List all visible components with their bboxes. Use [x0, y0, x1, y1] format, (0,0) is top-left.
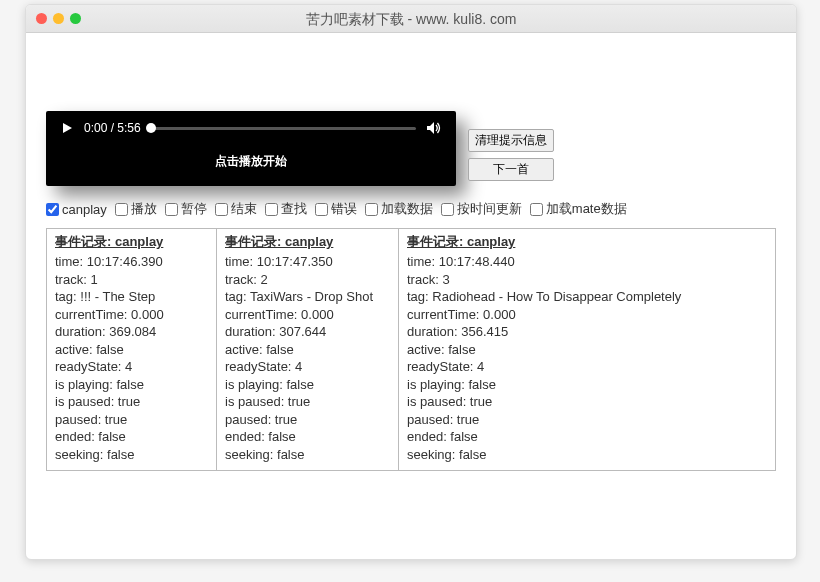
log-line: time: 10:17:47.350 — [225, 253, 390, 271]
log-line: ended: false — [225, 428, 390, 446]
checkbox-按时间更新[interactable] — [441, 203, 454, 216]
clear-button[interactable]: 清理提示信息 — [468, 129, 554, 152]
minimize-icon[interactable] — [53, 13, 64, 24]
log-line: time: 10:17:48.440 — [407, 253, 767, 271]
check-label: canplay — [62, 202, 107, 217]
checkbox-canplay[interactable] — [46, 203, 59, 216]
log-line: ended: false — [407, 428, 767, 446]
maximize-icon[interactable] — [70, 13, 81, 24]
log-header: 事件记录: canplay — [55, 233, 208, 251]
log-line: currentTime: 0.000 — [55, 306, 208, 324]
check-播放[interactable]: 播放 — [115, 200, 157, 218]
check-label: 按时间更新 — [457, 200, 522, 218]
check-label: 错误 — [331, 200, 357, 218]
log-header: 事件记录: canplay — [407, 233, 767, 251]
play-icon[interactable] — [60, 121, 74, 135]
checkbox-结束[interactable] — [215, 203, 228, 216]
log-line: currentTime: 0.000 — [407, 306, 767, 324]
audio-player[interactable]: 0:00 / 5:56 点击播放开始 — [46, 111, 456, 186]
log-line: active: false — [407, 341, 767, 359]
log-line: duration: 356.415 — [407, 323, 767, 341]
log-line: seeking: false — [225, 446, 390, 464]
check-结束[interactable]: 结束 — [215, 200, 257, 218]
check-label: 加载mate数据 — [546, 200, 627, 218]
log-line: time: 10:17:46.390 — [55, 253, 208, 271]
log-column: 事件记录: canplaytime: 10:17:47.350track: 2t… — [217, 229, 399, 470]
log-line: paused: true — [55, 411, 208, 429]
log-line: is playing: false — [407, 376, 767, 394]
log-line: currentTime: 0.000 — [225, 306, 390, 324]
check-加载数据[interactable]: 加载数据 — [365, 200, 433, 218]
checkbox-暂停[interactable] — [165, 203, 178, 216]
log-line: track: 1 — [55, 271, 208, 289]
check-label: 结束 — [231, 200, 257, 218]
log-line: is paused: true — [407, 393, 767, 411]
log-line: is paused: true — [55, 393, 208, 411]
checkbox-加载数据[interactable] — [365, 203, 378, 216]
volume-icon[interactable] — [426, 121, 442, 135]
progress-slider[interactable] — [151, 127, 416, 130]
log-line: is playing: false — [55, 376, 208, 394]
check-加载mate数据[interactable]: 加载mate数据 — [530, 200, 627, 218]
svg-marker-0 — [63, 123, 72, 133]
log-column: 事件记录: canplaytime: 10:17:48.440track: 3t… — [399, 229, 775, 470]
log-line: tag: TaxiWars - Drop Shot — [225, 288, 390, 306]
log-line: is paused: true — [225, 393, 390, 411]
log-column: 事件记录: canplaytime: 10:17:46.390track: 1t… — [47, 229, 217, 470]
titlebar: 苦力吧素材下载 - www. kuli8. com — [26, 5, 796, 33]
log-line: readyState: 4 — [55, 358, 208, 376]
log-line: seeking: false — [407, 446, 767, 464]
check-label: 查找 — [281, 200, 307, 218]
log-header: 事件记录: canplay — [225, 233, 390, 251]
check-canplay[interactable]: canplay — [46, 202, 107, 217]
log-line: readyState: 4 — [407, 358, 767, 376]
log-line: readyState: 4 — [225, 358, 390, 376]
log-line: tag: !!! - The Step — [55, 288, 208, 306]
window-title: 苦力吧素材下载 - www. kuli8. com — [306, 11, 517, 27]
event-log-table: 事件记录: canplaytime: 10:17:46.390track: 1t… — [46, 228, 776, 471]
log-line: paused: true — [407, 411, 767, 429]
checkbox-错误[interactable] — [315, 203, 328, 216]
player-caption: 点击播放开始 — [60, 153, 442, 170]
log-line: duration: 369.084 — [55, 323, 208, 341]
close-icon[interactable] — [36, 13, 47, 24]
event-filter-checkboxes: canplay播放暂停结束查找错误加载数据按时间更新加载mate数据 — [46, 200, 776, 218]
check-按时间更新[interactable]: 按时间更新 — [441, 200, 522, 218]
log-line: ended: false — [55, 428, 208, 446]
checkbox-加载mate数据[interactable] — [530, 203, 543, 216]
check-label: 播放 — [131, 200, 157, 218]
log-line: duration: 307.644 — [225, 323, 390, 341]
progress-thumb[interactable] — [146, 123, 156, 133]
content-area: 0:00 / 5:56 点击播放开始 清理提示信息 — [26, 111, 796, 491]
time-display: 0:00 / 5:56 — [84, 121, 141, 135]
app-window: 苦力吧素材下载 - www. kuli8. com 0:00 / 5:56 — [25, 4, 797, 560]
log-line: tag: Radiohead - How To Disappear Comple… — [407, 288, 767, 306]
check-查找[interactable]: 查找 — [265, 200, 307, 218]
next-button[interactable]: 下一首 — [468, 158, 554, 181]
checkbox-查找[interactable] — [265, 203, 278, 216]
log-line: track: 3 — [407, 271, 767, 289]
log-line: active: false — [225, 341, 390, 359]
log-line: active: false — [55, 341, 208, 359]
log-line: paused: true — [225, 411, 390, 429]
check-暂停[interactable]: 暂停 — [165, 200, 207, 218]
log-line: is playing: false — [225, 376, 390, 394]
check-label: 暂停 — [181, 200, 207, 218]
log-line: track: 2 — [225, 271, 390, 289]
check-错误[interactable]: 错误 — [315, 200, 357, 218]
checkbox-播放[interactable] — [115, 203, 128, 216]
check-label: 加载数据 — [381, 200, 433, 218]
traffic-lights — [36, 13, 81, 24]
svg-marker-1 — [427, 122, 434, 134]
log-line: seeking: false — [55, 446, 208, 464]
